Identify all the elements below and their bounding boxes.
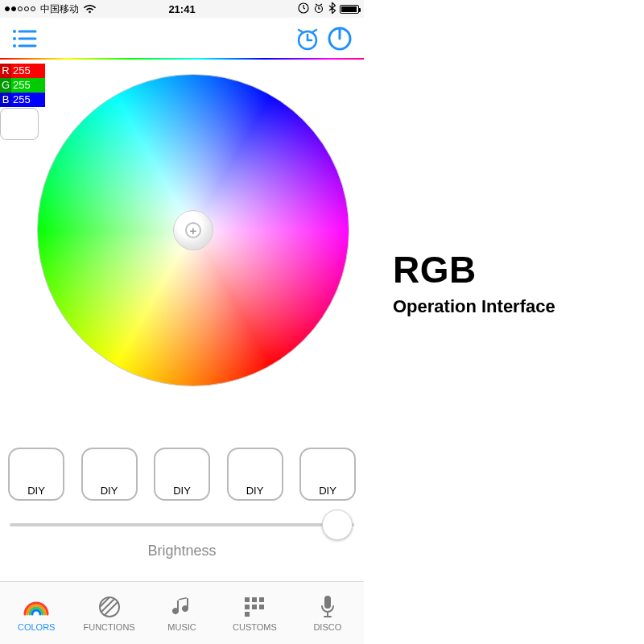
red-label: R (0, 64, 11, 78)
menu-icon (11, 29, 37, 48)
caption-title: RGB (393, 248, 555, 291)
diy-label: DIY (229, 485, 282, 497)
power-button[interactable] (324, 23, 356, 55)
phone-screen: 中国移动 21:41 (0, 0, 364, 644)
status-bar: 中国移动 21:41 (0, 0, 364, 18)
timer-button[interactable] (291, 23, 324, 55)
battery-icon (340, 5, 359, 14)
color-wheel[interactable]: + (37, 74, 349, 386)
svg-rect-20 (259, 605, 264, 609)
color-wheel-cursor[interactable]: + (185, 222, 201, 238)
menu-button[interactable] (8, 23, 40, 55)
tab-functions[interactable]: FUNCTIONS (72, 582, 145, 644)
green-label: G (0, 78, 11, 93)
tab-colors[interactable]: COLORS (0, 582, 72, 644)
svg-rect-15 (245, 597, 250, 602)
tab-label: DISCO (313, 622, 341, 632)
svg-rect-22 (324, 596, 331, 609)
svg-line-12 (101, 599, 114, 612)
svg-rect-17 (259, 597, 264, 602)
svg-line-13 (105, 602, 118, 615)
rainbow-icon (23, 595, 50, 619)
svg-rect-16 (252, 597, 257, 602)
tab-disco[interactable]: DISCO (291, 582, 364, 644)
grid-icon (241, 595, 268, 619)
diy-label: DIY (83, 485, 136, 497)
diy-preset-3[interactable]: DIY (154, 448, 210, 501)
alarm-clock-icon (294, 25, 321, 52)
diy-preset-5[interactable]: DIY (299, 448, 356, 501)
clock-label: 21:41 (0, 3, 364, 15)
svg-rect-19 (252, 605, 257, 609)
brightness-label: Brightness (10, 543, 354, 559)
svg-rect-21 (245, 612, 250, 617)
caption-subtitle: Operation Interface (393, 296, 555, 317)
svg-point-6 (13, 44, 16, 47)
diy-preset-4[interactable]: DIY (227, 448, 283, 501)
diy-preset-2[interactable]: DIY (81, 448, 138, 501)
power-icon (325, 24, 354, 53)
hatch-circle-icon (96, 595, 123, 619)
diy-preset-1[interactable]: DIY (8, 448, 64, 501)
brightness-thumb[interactable] (322, 510, 353, 540)
diy-label: DIY (155, 485, 208, 497)
diy-label: DIY (301, 485, 354, 497)
tab-music[interactable]: MUSIC (146, 582, 218, 644)
tab-label: CUSTOMS (233, 622, 277, 632)
svg-point-11 (100, 597, 119, 617)
svg-point-4 (13, 37, 16, 40)
svg-rect-18 (245, 605, 250, 609)
microphone-icon (314, 595, 341, 619)
tab-customs[interactable]: CUSTOMS (218, 582, 291, 644)
caption: RGB Operation Interface (393, 248, 555, 317)
music-note-icon (168, 595, 196, 619)
svg-point-2 (13, 30, 16, 33)
tab-label: COLORS (18, 622, 55, 632)
tab-bar: COLORS FUNCTIONS MUSIC CUSTOMS (0, 581, 364, 644)
tab-label: MUSIC (167, 622, 196, 632)
diy-label: DIY (10, 485, 63, 497)
brightness-control: Brightness (10, 523, 354, 559)
brightness-slider[interactable] (10, 523, 354, 526)
blue-label: B (0, 93, 11, 107)
diy-preset-row: DIY DIY DIY DIY DIY (8, 448, 356, 501)
color-preview-swatch (0, 108, 39, 140)
app-toolbar (0, 18, 364, 60)
tab-label: FUNCTIONS (84, 622, 135, 632)
